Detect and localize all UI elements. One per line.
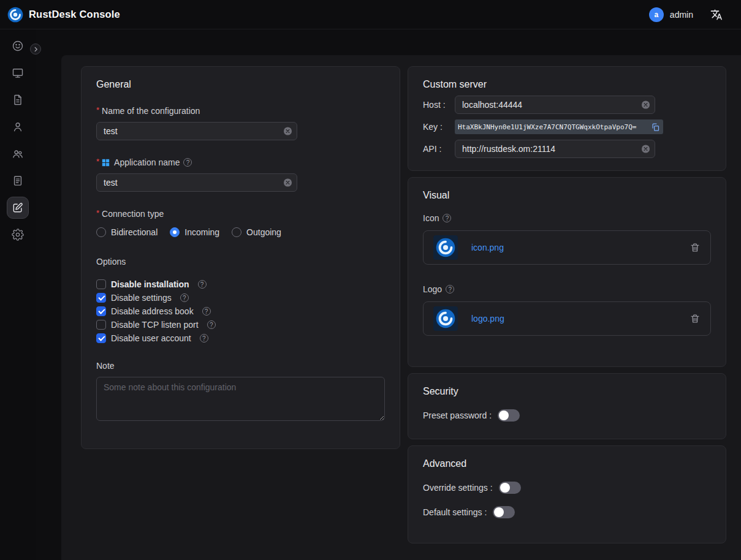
top-bar: RustDesk Console a admin xyxy=(0,0,741,29)
sidebar-item-custom-client[interactable] xyxy=(7,197,29,219)
logo-preview xyxy=(433,306,458,331)
preset-password-toggle[interactable] xyxy=(498,409,520,422)
checkbox-label: Disable address book xyxy=(111,306,194,316)
help-icon[interactable]: ? xyxy=(180,293,189,302)
help-icon[interactable]: ? xyxy=(207,320,216,329)
help-icon[interactable]: ? xyxy=(202,307,211,316)
security-title: Security xyxy=(423,386,711,397)
radio-button[interactable] xyxy=(232,227,241,237)
icon-label: Icon ? xyxy=(423,213,711,223)
sidebar xyxy=(0,29,36,560)
help-icon[interactable]: ? xyxy=(200,334,208,342)
note-textarea[interactable] xyxy=(96,377,385,421)
icon-upload-box[interactable]: icon.png xyxy=(423,230,711,265)
document-icon xyxy=(12,94,24,106)
required-marker: * xyxy=(96,105,99,115)
checkbox-disable-address-book[interactable]: Disable address book ? xyxy=(96,305,385,318)
custom-server-card: Custom server Host : Key : xyxy=(408,66,726,171)
user-avatar[interactable]: a xyxy=(649,7,664,22)
sidebar-item-settings[interactable] xyxy=(7,224,29,246)
help-icon[interactable]: ? xyxy=(198,280,207,289)
override-settings-toggle[interactable] xyxy=(499,482,521,494)
host-input[interactable] xyxy=(455,96,655,114)
options-list: Disable installation ? Disable settings … xyxy=(96,278,385,345)
icon-file-link[interactable]: icon.png xyxy=(471,243,504,252)
radio-button[interactable] xyxy=(170,227,180,237)
main-area: General * Name of the configuration * xyxy=(36,29,741,560)
users-icon xyxy=(12,148,24,160)
config-name-input[interactable] xyxy=(96,122,297,140)
sidebar-item-home[interactable] xyxy=(7,35,29,57)
copy-icon[interactable] xyxy=(651,123,660,132)
radio-label: Outgoing xyxy=(246,227,281,237)
key-value-box: HtaXBkJNHyn0e1U1jWXze7A7CN7QTGWqxkOtpaVp… xyxy=(455,119,663,134)
help-icon[interactable]: ? xyxy=(183,158,192,167)
checkbox[interactable] xyxy=(96,279,106,289)
key-row: Key : HtaXBkJNHyn0e1U1jWXze7A7CN7QTGWqxk… xyxy=(423,119,711,134)
translate-icon[interactable] xyxy=(710,9,723,21)
default-settings-label: Default settings : xyxy=(423,507,487,517)
checkbox[interactable] xyxy=(96,333,106,343)
sidebar-item-documents[interactable] xyxy=(7,89,29,111)
journal-icon xyxy=(12,175,24,187)
delete-icon[interactable] xyxy=(690,313,701,324)
help-icon[interactable]: ? xyxy=(446,285,454,293)
required-marker: * xyxy=(96,157,99,166)
checkbox-disable-user-account[interactable]: Disable user account ? xyxy=(96,331,385,345)
connection-type-group: Bidirectional Incoming Outgoing xyxy=(96,227,385,237)
connection-type-label: * Connection type xyxy=(96,209,385,219)
override-settings-row: Override settings : xyxy=(423,482,711,494)
application-name-input[interactable] xyxy=(96,173,297,192)
checkbox-disable-installation[interactable]: Disable installation ? xyxy=(96,278,385,291)
app-title: RustDesk Console xyxy=(29,9,120,20)
logo-upload-box[interactable]: logo.png xyxy=(423,301,711,336)
host-label: Host : xyxy=(423,100,455,110)
icon-preview xyxy=(433,235,458,260)
api-input[interactable] xyxy=(455,140,655,158)
checkbox[interactable] xyxy=(96,293,106,303)
general-title: General xyxy=(96,79,385,90)
key-value: HtaXBkJNHyn0e1U1jWXze7A7CN7QTGWqxkOtpaVp… xyxy=(458,123,648,131)
radio-incoming[interactable]: Incoming xyxy=(170,227,219,237)
toggle-knob xyxy=(494,507,504,517)
options-label: Options xyxy=(96,257,385,267)
delete-icon[interactable] xyxy=(690,242,701,253)
checkbox-disable-tcp-listen-port[interactable]: Disable TCP listen port ? xyxy=(96,318,385,331)
help-icon[interactable]: ? xyxy=(443,214,451,222)
checkbox-disable-settings[interactable]: Disable settings ? xyxy=(96,291,385,305)
clear-icon[interactable] xyxy=(283,127,292,136)
sidebar-expand-button[interactable] xyxy=(30,44,41,55)
checkbox-label: Disable TCP listen port xyxy=(111,320,199,330)
preset-password-row: Preset password : xyxy=(423,409,711,422)
sidebar-item-devices[interactable] xyxy=(7,62,29,84)
checkbox-label: Disable installation xyxy=(111,279,189,289)
clear-icon[interactable] xyxy=(641,145,650,154)
checkbox[interactable] xyxy=(96,306,106,316)
required-marker: * xyxy=(96,208,99,218)
advanced-title: Advanced xyxy=(423,458,711,469)
sidebar-item-users[interactable] xyxy=(7,116,29,138)
clear-icon[interactable] xyxy=(641,100,650,110)
username[interactable]: admin xyxy=(670,10,693,20)
clear-icon[interactable] xyxy=(283,178,292,187)
radio-bidirectional[interactable]: Bidirectional xyxy=(96,227,158,237)
toggle-knob xyxy=(500,483,510,493)
checkbox[interactable] xyxy=(96,320,106,330)
host-row: Host : xyxy=(423,96,711,114)
preset-password-label: Preset password : xyxy=(423,411,492,420)
gear-icon xyxy=(12,229,24,241)
default-settings-toggle[interactable] xyxy=(493,506,515,518)
security-card: Security Preset password : xyxy=(408,373,726,439)
note-label: Note xyxy=(96,361,385,371)
api-label: API : xyxy=(423,144,455,154)
smiley-icon xyxy=(12,40,24,52)
toggle-knob xyxy=(499,411,509,420)
radio-outgoing[interactable]: Outgoing xyxy=(232,227,281,237)
sidebar-item-groups[interactable] xyxy=(7,143,29,165)
edit-icon xyxy=(12,202,24,214)
sidebar-item-logs[interactable] xyxy=(7,170,29,192)
content-panel: General * Name of the configuration * xyxy=(61,55,741,560)
logo-file-link[interactable]: logo.png xyxy=(471,314,504,324)
radio-button[interactable] xyxy=(96,227,106,237)
application-name-label: * Application name ? xyxy=(96,157,385,167)
